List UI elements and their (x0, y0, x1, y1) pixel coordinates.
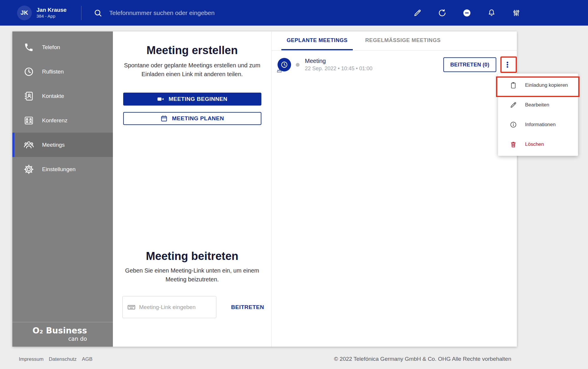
notifications-bell-icon[interactable] (485, 6, 498, 19)
user-info: Jan Krause 384 - App (36, 6, 66, 19)
app-card: Telefon Ruflisten Kontakte (12, 31, 517, 347)
search-bar[interactable] (93, 8, 291, 18)
sidebar-item-label: Konferenz (42, 117, 68, 124)
join-row: BEITRETEN (113, 296, 271, 318)
o2-business-logo: O₂ Business can do (12, 322, 113, 347)
footer-link-datenschutz[interactable]: Datenschutz (49, 356, 77, 362)
calendar-icon (160, 115, 168, 122)
sidebar-item-kontakte[interactable]: Kontakte (12, 84, 113, 108)
gear-icon (22, 163, 36, 176)
meeting-title: Meeting (305, 57, 372, 65)
menu-item-copy-invitation[interactable]: Einladung kopieren (498, 75, 578, 95)
call-pull-icon[interactable] (436, 6, 449, 19)
logo-line1: O₂ Business (12, 326, 87, 335)
do-not-disturb-icon[interactable] (460, 6, 473, 19)
compose-pencil-icon[interactable] (411, 6, 424, 19)
sidebar-item-meetings[interactable]: Meetings (12, 133, 113, 157)
meeting-list-item[interactable]: Meeting 22 Sep. 2022 • 10:45 • 01:00 BEI… (272, 51, 517, 79)
conference-grid-icon (22, 114, 36, 127)
clipboard-icon (509, 81, 517, 89)
menu-item-edit[interactable]: Bearbeiten (498, 95, 578, 115)
meeting-create-column: Meeting erstellen Spontane oder geplante… (113, 31, 272, 347)
footer-link-impressum[interactable]: Impressum (19, 356, 44, 362)
call-history-clock-icon (22, 65, 36, 79)
plan-meeting-button[interactable]: MEETING PLANEN (123, 112, 261, 125)
meeting-info: Meeting 22 Sep. 2022 • 10:45 • 01:00 (305, 57, 372, 72)
meeting-join-button[interactable]: BEITRETEN (0) (443, 57, 496, 72)
topbar-actions (411, 0, 523, 26)
sidebar-item-label: Ruflisten (42, 69, 64, 75)
start-meeting-label: MEETING BEGINNEN (168, 96, 227, 102)
keyboard-icon (127, 303, 136, 311)
menu-item-label: Bearbeiten (525, 102, 549, 108)
meetings-people-icon (22, 138, 36, 152)
copyright-text: © 2022 Telefónica Germany GmbH & Co. OHG… (334, 356, 511, 362)
settings-sliders-icon[interactable] (510, 6, 523, 19)
meeting-avatar (278, 58, 291, 71)
join-meeting-section: Meeting beitreten Geben Sie einen Meetin… (113, 250, 271, 318)
search-input[interactable] (109, 9, 291, 16)
topbar: JK Jan Krause 384 - App (0, 0, 588, 26)
sidebar-item-label: Telefon (42, 44, 60, 51)
user-extension: 384 - App (36, 14, 66, 19)
plan-meeting-label: MEETING PLANEN (172, 115, 224, 122)
tab-regelmaessige-meetings[interactable]: REGELMÄSSIGE MEETINGS (360, 31, 446, 50)
sidebar-item-telefon[interactable]: Telefon (12, 35, 113, 59)
footer-links: Impressum Datenschutz AGB (19, 356, 92, 362)
videocam-icon (157, 95, 164, 103)
sidebar-item-label: Einstellungen (42, 166, 76, 173)
meetings-tabbar: GEPLANTE MEETINGS REGELMÄSSIGE MEETINGS (272, 31, 517, 51)
logo-line2: can do (12, 335, 87, 342)
create-meeting-subtitle: Spontane oder geplante Meetings erstelle… (124, 61, 261, 79)
meeting-link-input[interactable] (139, 304, 207, 310)
contacts-book-icon (22, 89, 36, 103)
sidebar-item-einstellungen[interactable]: Einstellungen (12, 157, 113, 181)
create-meeting-title: Meeting erstellen (113, 44, 271, 57)
meetings-list-panel: GEPLANTE MEETINGS REGELMÄSSIGE MEETINGS … (272, 31, 517, 347)
presence-dot (296, 63, 300, 67)
user-name: Jan Krause (36, 6, 66, 14)
sidebar-item-label: Meetings (42, 142, 65, 148)
info-icon (509, 121, 517, 128)
meeting-link-field[interactable] (122, 296, 216, 318)
join-meeting-subtitle: Geben Sie einen Meeting-Link unten ein, … (125, 266, 260, 284)
footer-link-agb[interactable]: AGB (82, 356, 93, 362)
avatar[interactable]: JK (17, 6, 32, 20)
search-icon (93, 8, 103, 18)
sidebar-item-konferenz[interactable]: Konferenz (12, 108, 113, 133)
meeting-options-kebab-icon[interactable] (500, 58, 514, 72)
menu-item-label: Löschen (525, 141, 544, 147)
meeting-datetime: 22 Sep. 2022 • 10:45 • 01:00 (305, 65, 372, 72)
trash-icon (509, 141, 517, 148)
sidebar-item-label: Kontakte (42, 93, 64, 99)
menu-item-information[interactable]: Informationen (498, 115, 578, 134)
join-meeting-button[interactable]: BEITRETEN (231, 304, 264, 310)
sidebar-item-ruflisten[interactable]: Ruflisten (12, 59, 113, 84)
menu-item-label: Einladung kopieren (525, 82, 568, 88)
meeting-context-menu: Einladung kopieren Bearbeiten Informatio… (498, 74, 578, 156)
tab-geplante-meetings[interactable]: GEPLANTE MEETINGS (281, 31, 353, 50)
join-meeting-title: Meeting beitreten (113, 250, 271, 263)
menu-item-label: Informationen (525, 122, 556, 128)
menu-item-delete[interactable]: Löschen (498, 134, 578, 154)
start-meeting-button[interactable]: MEETING BEGINNEN (123, 93, 261, 106)
phone-icon (22, 41, 36, 54)
sidebar: Telefon Ruflisten Kontakte (12, 31, 113, 347)
host-crown-icon (277, 69, 282, 73)
pencil-icon (509, 101, 517, 109)
topbar-divider (81, 6, 81, 20)
